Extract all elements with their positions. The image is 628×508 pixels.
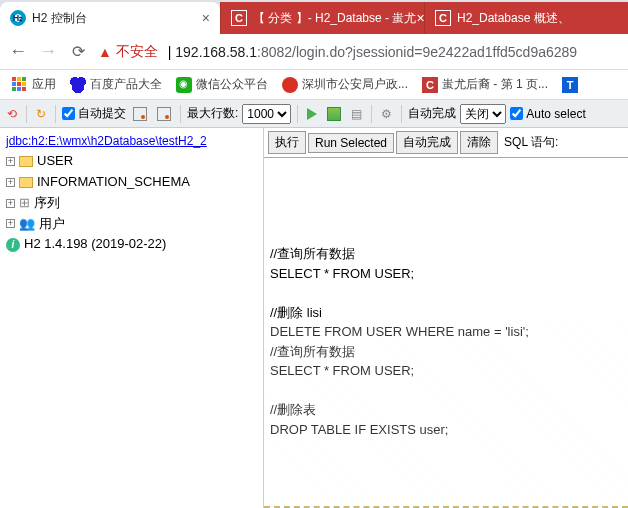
tree-item-seq[interactable]: +⊞序列 [6,193,257,214]
run-button[interactable] [304,107,320,121]
refresh-button[interactable]: ↻ [33,106,49,122]
paw-icon [70,77,86,93]
url-path: /login.do?jsessionid=9e2422ad1ffd5cd9a62… [292,44,577,60]
tab-title: H2_Database 概述、 [457,10,570,27]
expand-icon[interactable]: + [6,219,15,228]
settings-button[interactable]: ⚙ [378,106,395,122]
reload-button[interactable]: ⟳ [68,42,88,62]
clear-button[interactable]: 清除 [460,131,498,154]
security-warning: ▲不安全 [98,43,158,61]
badge-icon [282,77,298,93]
bookmark-blog[interactable]: C蚩尤后裔 - 第 1 页... [418,74,552,95]
run-selected-button[interactable]: Run Selected [308,133,394,153]
bookmarks-bar: 应用 百度产品大全 微信公众平台 深圳市公安局户政... C蚩尤后裔 - 第 1… [0,70,628,100]
tab-title: H2 控制台 [32,10,87,27]
workspace: jdbc:h2:E:\wmx\h2Database\testH2_2 +USER… [0,128,628,508]
tree-item-users[interactable]: +👥用户 [6,214,257,235]
address-bar: ← → ⟳ ▲不安全 | 192.168.58.1 :8082 /login.d… [0,34,628,70]
h2-favicon: H₂ [10,10,26,26]
url-port: :8082 [257,44,292,60]
sql-toolbar: 执行 Run Selected 自动完成 清除 SQL 语句: [264,128,628,158]
autocomplete-label: 自动完成 [408,105,456,122]
run-selected-icon [327,107,341,121]
maxrows-label: 最大行数: [187,105,238,122]
bookmark-apps[interactable]: 应用 [8,74,60,95]
app-toolbar: ⟲ ↻ 自动提交 最大行数: 1000 ▤ ⚙ 自动完成 关闭 Auto sel… [0,100,628,128]
tree-item-user[interactable]: +USER [6,151,257,172]
users-icon: 👥 [19,214,35,235]
tab-1[interactable]: C 【 分类 】- H2_Databse - 蚩尤 × [220,2,424,34]
expand-icon[interactable]: + [6,157,15,166]
c-favicon: C [231,10,247,26]
autoselect-checkbox[interactable]: Auto select [510,107,585,121]
tab-active[interactable]: H₂ H2 控制台 × [0,2,220,34]
wechat-icon [176,77,192,93]
info-icon: i [6,238,20,252]
run-button[interactable]: 执行 [268,131,306,154]
expand-icon[interactable]: + [6,199,15,208]
bookmark-shenzhen[interactable]: 深圳市公安局户政... [278,74,412,95]
expand-icon[interactable]: + [6,178,15,187]
tab-title: 【 分类 】- H2_Databse - 蚩尤 [253,10,416,27]
url-input[interactable]: ▲不安全 | 192.168.58.1 :8082 /login.do?jses… [98,43,620,61]
browser-tabs: H₂ H2 控制台 × C 【 分类 】- H2_Databse - 蚩尤 × … [0,0,628,34]
jdbc-url[interactable]: jdbc:h2:E:\wmx\h2Database\testH2_2 [6,132,257,151]
bookmark-baidu[interactable]: 百度产品大全 [66,74,166,95]
folder-icon [19,177,33,188]
bookmark-wechat[interactable]: 微信公众平台 [172,74,272,95]
sql-editor[interactable]: I //查询所有数据 SELECT * FROM USER; //删除 lisi… [264,158,628,508]
forward-button[interactable]: → [38,42,58,62]
sql-label: SQL 语句: [504,134,558,151]
tree-version: iH2 1.4.198 (2019-02-22) [6,234,257,255]
autocomplete-button[interactable]: 自动完成 [396,131,458,154]
commit-button[interactable] [130,106,150,122]
autocomplete-select[interactable]: 关闭 [460,104,506,124]
history-button[interactable]: ▤ [348,106,365,122]
c-favicon: C [435,10,451,26]
main-panel: 执行 Run Selected 自动完成 清除 SQL 语句: I //查询所有… [264,128,628,508]
t-icon: T [562,77,578,93]
apps-icon [12,77,28,93]
folder-icon [19,156,33,167]
seq-icon: ⊞ [19,193,30,214]
close-icon[interactable]: × [202,10,210,26]
autocommit-checkbox[interactable]: 自动提交 [62,105,126,122]
tree-item-schema[interactable]: +INFORMATION_SCHEMA [6,172,257,193]
c-icon: C [422,77,438,93]
url-host: 192.168.58.1 [175,44,257,60]
rollback-button[interactable] [154,106,174,122]
maxrows-select[interactable]: 1000 [242,104,291,124]
close-icon[interactable]: × [416,10,424,26]
tab-2[interactable]: C H2_Database 概述、 [424,2,628,34]
run-selected-button[interactable] [324,106,344,122]
warning-icon: ▲ [98,44,112,60]
play-icon [307,108,317,120]
bookmark-t[interactable]: T [558,75,582,95]
disconnect-button[interactable]: ⟲ [4,106,20,122]
back-button[interactable]: ← [8,42,28,62]
tree-panel: jdbc:h2:E:\wmx\h2Database\testH2_2 +USER… [0,128,264,508]
